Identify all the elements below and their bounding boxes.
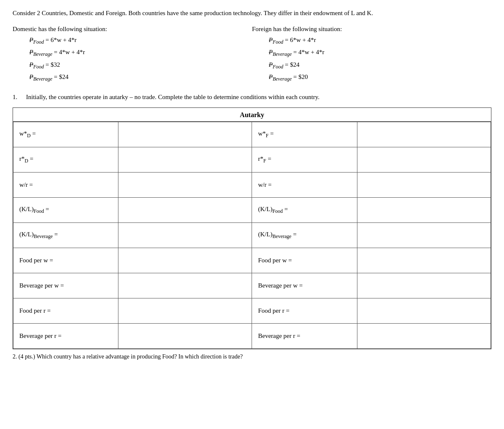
domestic-bev-per-w-label: Beverage per w = xyxy=(13,273,118,298)
foreign-equations: PFood = 6*w + 4*r PBeverage = 4*w + 4*r … xyxy=(252,34,491,84)
foreign-food-per-r-input[interactable] xyxy=(363,307,485,314)
situations-container: Domestic has the following situation: PF… xyxy=(13,26,491,84)
domestic-bev-per-w-value[interactable] xyxy=(118,273,252,298)
foreign-r-value[interactable] xyxy=(357,147,491,173)
autarky-table-wrapper: Autarky w*D = w*F = r*D xyxy=(13,107,491,349)
foreign-eq1: PFood = 6*w + 4*r xyxy=(269,34,491,47)
domestic-wr-input[interactable] xyxy=(124,181,246,188)
foreign-food-per-w-label: Food per w = xyxy=(252,248,357,273)
table-row: w*D = w*F = xyxy=(13,122,491,147)
table-row: r*D = r*F = xyxy=(13,147,491,173)
intro-paragraph: Consider 2 Countries, Domestic and Forei… xyxy=(13,8,491,18)
foreign-bev-per-w-input[interactable] xyxy=(363,282,485,289)
table-row: Beverage per r = Beverage per r = xyxy=(13,324,491,349)
domestic-food-per-r-input[interactable] xyxy=(124,307,246,314)
domestic-r-input[interactable] xyxy=(124,156,246,163)
question1-number: 1. xyxy=(13,92,22,102)
domestic-food-per-w-value[interactable] xyxy=(118,248,252,273)
domestic-r-label: r*D = xyxy=(13,147,118,173)
foreign-eq4: PBeverage = $20 xyxy=(269,71,491,84)
foreign-food-per-w-input[interactable] xyxy=(363,257,485,264)
domestic-kl-food-value[interactable] xyxy=(118,198,252,223)
domestic-food-per-w-label: Food per w = xyxy=(13,248,118,273)
table-row: w/r = w/r = xyxy=(13,173,491,198)
domestic-kl-bev-label: (K/L)Beverage = xyxy=(13,223,118,248)
table-row: (K/L)Beverage = (K/L)Beverage = xyxy=(13,223,491,248)
domestic-r-value[interactable] xyxy=(118,147,252,173)
foreign-food-per-r-value[interactable] xyxy=(357,298,491,324)
foreign-kl-food-value[interactable] xyxy=(357,198,491,223)
domestic-eq3: PFood = $32 xyxy=(29,59,252,72)
question1-text: Initially, the countries operate in auta… xyxy=(26,92,320,102)
autarky-table: w*D = w*F = r*D = xyxy=(13,122,491,349)
domestic-food-per-r-value[interactable] xyxy=(118,298,252,324)
foreign-wr-value[interactable] xyxy=(357,173,491,198)
domestic-wr-label: w/r = xyxy=(13,173,118,198)
domestic-food-per-w-input[interactable] xyxy=(124,257,246,264)
domestic-eq2: PBeverage = 4*w + 4*r xyxy=(29,47,252,59)
foreign-wr-input[interactable] xyxy=(363,181,485,188)
foreign-bev-per-w-label: Beverage per w = xyxy=(252,273,357,298)
domestic-food-per-r-label: Food per r = xyxy=(13,298,118,324)
domestic-kl-bev-value[interactable] xyxy=(118,223,252,248)
domestic-bev-per-r-value[interactable] xyxy=(118,324,252,349)
domestic-wr-value[interactable] xyxy=(118,173,252,198)
foreign-bev-per-w-value[interactable] xyxy=(357,273,491,298)
foreign-eq3: PFood = $24 xyxy=(269,59,491,72)
foreign-w-input[interactable] xyxy=(363,131,485,138)
table-row: Beverage per w = Beverage per w = xyxy=(13,273,491,298)
domestic-bev-per-r-label: Beverage per r = xyxy=(13,324,118,349)
foreign-situation: Foreign has the following situation: PFo… xyxy=(252,26,491,84)
domestic-eq4: PBeverage = $24 xyxy=(29,71,252,84)
foreign-w-value[interactable] xyxy=(357,122,491,147)
foreign-kl-food-label: (K/L)Food = xyxy=(252,198,357,223)
bottom-note: 2. (4 pts.) Which country has a relative… xyxy=(13,353,491,360)
foreign-bev-per-r-value[interactable] xyxy=(357,324,491,349)
foreign-food-per-w-value[interactable] xyxy=(357,248,491,273)
domestic-title: Domestic has the following situation: xyxy=(13,26,252,33)
domestic-w-input[interactable] xyxy=(124,131,246,138)
domestic-w-label: w*D = xyxy=(13,122,118,147)
foreign-kl-bev-value[interactable] xyxy=(357,223,491,248)
foreign-r-input[interactable] xyxy=(363,156,485,163)
question1-container: 1. Initially, the countries operate in a… xyxy=(13,92,491,102)
domestic-kl-bev-input[interactable] xyxy=(124,232,246,239)
domestic-situation: Domestic has the following situation: PF… xyxy=(13,26,252,84)
domestic-bev-per-w-input[interactable] xyxy=(124,282,246,289)
foreign-bev-per-r-label: Beverage per r = xyxy=(252,324,357,349)
foreign-kl-bev-label: (K/L)Beverage = xyxy=(252,223,357,248)
foreign-title: Foreign has the following situation: xyxy=(252,26,491,33)
table-row: Food per r = Food per r = xyxy=(13,298,491,324)
table-row: Food per w = Food per w = xyxy=(13,248,491,273)
foreign-kl-food-input[interactable] xyxy=(363,207,485,214)
domestic-w-value[interactable] xyxy=(118,122,252,147)
foreign-wr-label: w/r = xyxy=(252,173,357,198)
domestic-bev-per-r-input[interactable] xyxy=(124,332,246,340)
foreign-eq2: PBeverage = 4*w + 4*r xyxy=(269,47,491,59)
foreign-r-label: r*F = xyxy=(252,147,357,173)
table-title: Autarky xyxy=(13,108,491,122)
table-row: (K/L)Food = (K/L)Food = xyxy=(13,198,491,223)
foreign-kl-bev-input[interactable] xyxy=(363,232,485,239)
foreign-bev-per-r-input[interactable] xyxy=(363,332,485,340)
foreign-w-label: w*F = xyxy=(252,122,357,147)
domestic-eq1: PFood = 6*w + 4*r xyxy=(29,34,252,47)
domestic-kl-food-label: (K/L)Food = xyxy=(13,198,118,223)
domestic-equations: PFood = 6*w + 4*r PBeverage = 4*w + 4*r … xyxy=(13,34,252,84)
domestic-kl-food-input[interactable] xyxy=(124,207,246,214)
foreign-food-per-r-label: Food per r = xyxy=(252,298,357,324)
